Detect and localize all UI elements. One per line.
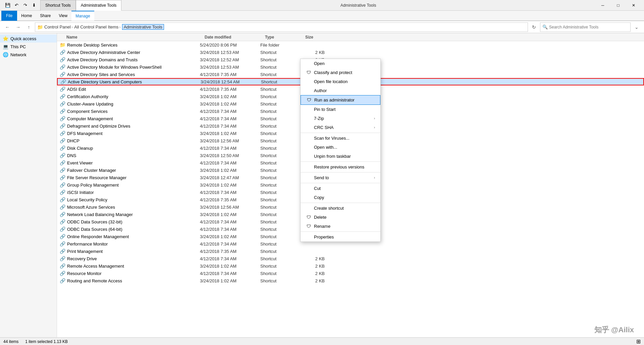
ribbon-tab-home[interactable]: Home [17,11,36,21]
submenu-arrow-icon: › [374,176,375,180]
file-icon: 🔗 [59,204,66,210]
title-tab-admin-tools[interactable]: Administrative Tools [76,0,122,11]
file-type: Shortcut [260,153,301,158]
close-button[interactable]: ✕ [626,0,641,11]
context-menu-item[interactable]: Author [301,86,380,95]
table-row[interactable]: 🔗 Recovery Drive 4/12/2018 7:34 AM Short… [57,255,644,262]
file-name: DHCP [66,138,200,143]
file-name: Routing and Remote Access [66,278,200,283]
file-icon: 🔗 [59,256,66,261]
column-header-size[interactable]: Size [305,35,332,40]
file-name: Active Directory Sites and Services [66,72,200,77]
context-menu-item[interactable]: 7-Zip › [301,114,380,123]
context-menu-item[interactable]: Open [301,59,380,68]
file-date: 3/24/2018 1:02 AM [200,131,260,136]
context-menu-item[interactable]: Open file location [301,77,380,86]
column-header-name[interactable]: Name [57,35,205,40]
file-icon: 🔗 [59,138,66,143]
file-type: Shortcut [261,79,301,84]
table-row[interactable]: 🔗 Active Directory Administrative Center… [57,49,644,56]
column-header-type[interactable]: Type [265,35,305,40]
file-name: ODBC Data Sources (32-bit) [66,219,200,224]
file-icon: 🔗 [59,175,66,180]
context-menu-item[interactable]: 🛡 Rename [301,222,380,231]
ribbon-tab-file[interactable]: File [1,11,17,21]
minimize-button[interactable]: ─ [595,0,610,11]
table-row[interactable]: 🔗 Routing and Remote Access 3/24/2018 1:… [57,277,644,284]
column-header-date[interactable]: Date modified [205,35,265,40]
window-title: Administrative Tools [121,3,595,8]
ribbon-tab-manage[interactable]: Manage [71,11,94,21]
file-date: 4/12/2018 7:34 AM [200,219,260,224]
file-date: 4/12/2018 7:35 AM [200,249,260,254]
table-row[interactable]: 🔗 Print Management 4/12/2018 7:35 AM Sho… [57,248,644,255]
context-menu-item[interactable]: Restore previous versions [301,162,380,171]
table-row[interactable]: 🔗 Resource Monitor 4/12/2018 7:34 AM Sho… [57,270,644,277]
file-type: Shortcut [260,57,301,62]
file-type: Shortcut [260,271,301,276]
qat-undo[interactable]: ↶ [13,2,20,9]
context-menu-separator [301,133,380,133]
sidebar-item-network[interactable]: 🌐 Network [0,51,57,59]
address-path[interactable]: 📁 Control Panel › All Control Panel Item… [35,22,528,32]
back-button[interactable]: ← [3,22,12,32]
forward-button[interactable]: → [13,22,23,32]
search-box[interactable]: 🔍 [540,22,631,32]
file-type: Shortcut [260,183,301,188]
file-icon: 🔗 [59,249,66,254]
file-date: 3/24/2018 12:50 AM [200,153,260,158]
context-menu-item-label: Restore previous versions [314,164,364,169]
file-type: Shortcut [260,50,301,55]
context-menu-item[interactable]: Scan for Viruses... [301,134,380,143]
context-menu-item[interactable]: Pin to Start [301,105,380,114]
file-name: Recovery Drive [66,256,200,261]
context-menu-item-label: Author [314,88,327,93]
context-menu-item[interactable]: 🛡 Classify and protect [301,68,380,77]
context-menu-item[interactable]: Properties [301,232,380,242]
table-row[interactable]: 📁 Remote Desktop Services 5/24/2020 8:06… [57,41,644,49]
ribbon-tab-view[interactable]: View [55,11,71,21]
network-icon: 🌐 [3,52,8,57]
context-menu-item[interactable]: 🛡 Delete [301,213,380,222]
file-type: Shortcut [260,264,301,269]
up-button[interactable]: ↑ [24,22,34,32]
search-input[interactable] [549,25,628,29]
context-menu-item[interactable]: Cut [301,184,380,193]
context-menu-item[interactable]: Unpin from taskbar [301,152,380,161]
refresh-button[interactable]: ↻ [529,22,539,32]
file-name: Cluster-Aware Updating [66,101,200,107]
path-control-panel[interactable]: Control Panel › [44,24,73,29]
context-menu-item[interactable]: 🛡 Run as administrator [301,95,380,105]
context-menu-item[interactable]: CRC SHA › [301,123,380,132]
submenu-arrow-icon: › [374,117,375,120]
title-tab-shortcut-tools[interactable]: Shortcut Tools [40,0,76,11]
qat-dropdown[interactable]: ⬇ [30,2,38,9]
file-date: 3/24/2018 1:02 AM [200,183,260,188]
file-name: Component Services [66,109,200,114]
file-type: Shortcut [260,234,301,239]
path-all-control-panel[interactable]: All Control Panel Items › [74,24,121,29]
file-name: Active Directory Domains and Trusts [66,57,200,62]
qat-save[interactable]: 💾 [4,2,11,9]
computer-icon: 💻 [3,44,8,49]
file-date: 4/12/2018 7:34 AM [200,146,260,151]
context-menu-item-label: Copy [314,195,324,200]
view-toggle[interactable]: ⊞ [636,338,641,345]
context-menu-item[interactable]: Create shortcut [301,204,380,213]
context-menu-item[interactable]: Open with... [301,143,380,152]
qat-redo[interactable]: ↷ [21,2,29,9]
ribbon-tab-share[interactable]: Share [36,11,55,21]
maximize-button[interactable]: □ [610,0,626,11]
file-icon: 🔗 [59,64,66,70]
search-options-button[interactable]: ⌄ [632,22,641,32]
file-date: 4/12/2018 7:34 AM [200,256,260,261]
search-icon: 🔍 [542,24,548,29]
path-admin-tools[interactable]: Administrative Tools [122,24,164,30]
table-row[interactable]: 🔗 Remote Access Management 3/24/2018 1:0… [57,262,644,270]
file-name: Active Directory Module for Windows Powe… [66,65,200,70]
sidebar-item-this-pc[interactable]: 💻 This PC [0,43,57,51]
context-menu-item[interactable]: Copy [301,193,380,202]
file-icon: 🔗 [59,160,66,165]
context-menu-item[interactable]: Send to › [301,173,380,182]
sidebar-item-quick-access[interactable]: ⭐ Quick access [0,34,57,43]
